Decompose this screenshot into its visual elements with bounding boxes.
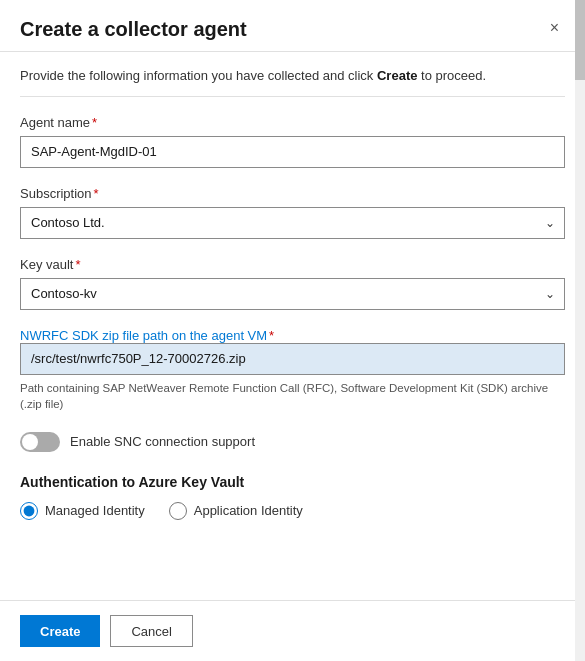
cancel-button[interactable]: Cancel <box>110 615 192 647</box>
snc-toggle[interactable] <box>20 432 60 452</box>
dialog-title: Create a collector agent <box>20 18 247 41</box>
radio-application-identity[interactable]: Application Identity <box>169 502 303 520</box>
key-vault-select-wrapper: Contoso-kv ⌄ <box>20 278 565 310</box>
nwrfc-sdk-input[interactable] <box>20 343 565 375</box>
radio-managed-identity-label: Managed Identity <box>45 503 145 518</box>
info-bold: Create <box>377 68 417 83</box>
info-suffix: to proceed. <box>417 68 486 83</box>
key-vault-label: Key vault* <box>20 257 565 272</box>
info-prefix: Provide the following information you ha… <box>20 68 377 83</box>
snc-toggle-row: Enable SNC connection support <box>20 432 565 452</box>
create-button[interactable]: Create <box>20 615 100 647</box>
subscription-label: Subscription* <box>20 186 565 201</box>
snc-toggle-thumb <box>22 434 38 450</box>
subscription-group: Subscription* Contoso Ltd. ⌄ <box>20 186 565 239</box>
nwrfc-sdk-label: NWRFC SDK zip file path on the agent VM* <box>20 328 274 343</box>
auth-section-heading: Authentication to Azure Key Vault <box>20 474 565 490</box>
radio-application-identity-input[interactable] <box>169 502 187 520</box>
agent-name-group: Agent name* <box>20 115 565 168</box>
radio-application-identity-label: Application Identity <box>194 503 303 518</box>
agent-name-label: Agent name* <box>20 115 565 130</box>
nwrfc-sdk-group: NWRFC SDK zip file path on the agent VM*… <box>20 328 565 412</box>
key-vault-required: * <box>75 257 80 272</box>
subscription-select[interactable]: Contoso Ltd. <box>20 207 565 239</box>
radio-managed-identity[interactable]: Managed Identity <box>20 502 145 520</box>
nwrfc-required: * <box>269 328 274 343</box>
info-text: Provide the following information you ha… <box>20 52 565 96</box>
dialog-footer: Create Cancel <box>0 600 585 661</box>
nwrfc-hint: Path containing SAP NetWeaver Remote Fun… <box>20 380 565 412</box>
dialog-header: Create a collector agent × <box>0 0 585 52</box>
agent-name-required: * <box>92 115 97 130</box>
create-collector-agent-dialog: Create a collector agent × Provide the f… <box>0 0 585 661</box>
header-divider <box>20 96 565 97</box>
subscription-select-wrapper: Contoso Ltd. ⌄ <box>20 207 565 239</box>
close-button[interactable]: × <box>544 18 565 38</box>
snc-toggle-label: Enable SNC connection support <box>70 434 255 449</box>
key-vault-group: Key vault* Contoso-kv ⌄ <box>20 257 565 310</box>
scrollbar-thumb[interactable] <box>575 0 585 80</box>
subscription-required: * <box>94 186 99 201</box>
auth-radio-group: Managed Identity Application Identity <box>20 502 565 520</box>
agent-name-input[interactable] <box>20 136 565 168</box>
radio-managed-identity-input[interactable] <box>20 502 38 520</box>
key-vault-select[interactable]: Contoso-kv <box>20 278 565 310</box>
scrollbar-track <box>575 0 585 661</box>
dialog-body: Provide the following information you ha… <box>0 52 585 600</box>
